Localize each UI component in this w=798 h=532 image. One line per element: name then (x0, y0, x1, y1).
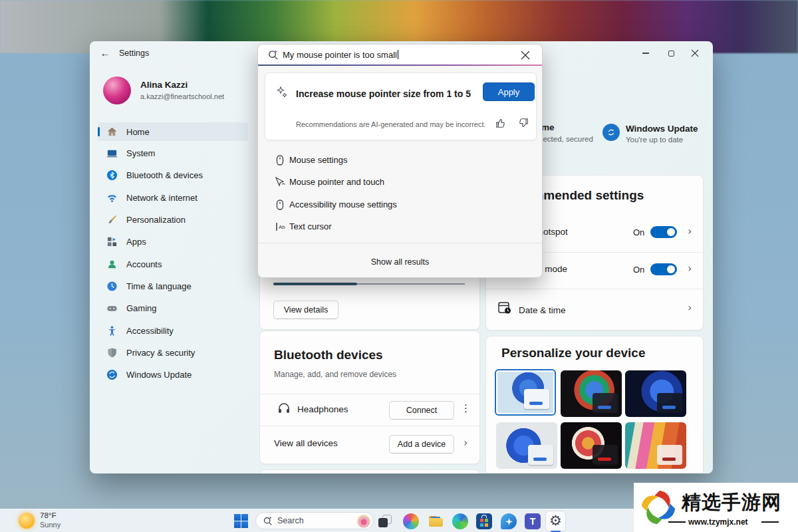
sidebar-item-label: Personalization (126, 215, 186, 225)
accessibility-icon (106, 325, 118, 336)
hotspot-toggle[interactable] (650, 226, 677, 238)
gear-icon: ⚙ (549, 514, 562, 528)
result-accessibility-mouse[interactable]: Accessibility mouse settings (258, 194, 542, 216)
connect-button[interactable]: Connect (389, 401, 454, 420)
result-label: Mouse pointer and touch (289, 177, 384, 187)
partial-card (259, 469, 480, 473)
weather-temperature: 78°F (40, 511, 56, 519)
file-explorer-icon[interactable] (428, 513, 444, 529)
sidebar-item-network[interactable]: Network & internet (98, 188, 248, 207)
close-search-icon[interactable] (519, 49, 531, 61)
thumbs-down-icon[interactable] (517, 117, 529, 129)
sidebar-item-windows-update[interactable]: Windows Update (98, 365, 248, 384)
bluetooth-card-title: Bluetooth devices (274, 348, 383, 362)
edge-icon[interactable] (452, 513, 468, 529)
result-mouse-settings[interactable]: Mouse settings (258, 150, 542, 172)
sidebar-item-accounts[interactable]: Accounts (98, 255, 248, 273)
ai-recommendation-card: Increase mouse pointer size from 1 to 5 … (265, 72, 537, 140)
sidebar-item-label: Apps (126, 237, 146, 247)
copilot-app-icon[interactable] (501, 513, 517, 529)
text-caret (398, 50, 398, 59)
teams-letter: T (530, 516, 536, 527)
sidebar-item-home[interactable]: Home (98, 122, 248, 141)
add-device-button[interactable]: Add a device (389, 435, 454, 454)
home-icon (106, 126, 118, 138)
sidebar-item-label: Windows Update (126, 370, 192, 380)
mouse-icon (274, 154, 286, 166)
search-icon (263, 516, 273, 526)
sidebar-item-label: Time & language (126, 281, 192, 291)
search-input[interactable]: My mouse pointer is too small (258, 45, 542, 65)
network-status-fragment: nected, secured (539, 135, 593, 143)
sidebar-item-label: System (126, 148, 155, 158)
maximize-button[interactable] (660, 45, 682, 61)
sidebar-item-label: Home (126, 127, 150, 137)
watermark-dash (761, 521, 779, 523)
close-button[interactable] (684, 45, 706, 61)
theme-thumbnail-stripes[interactable] (625, 422, 686, 469)
theme-thumbnail-bloom-light[interactable] (495, 369, 556, 416)
weather-sun-icon[interactable] (19, 513, 35, 529)
divider (260, 394, 479, 394)
sidebar-item-privacy[interactable]: Privacy & security (98, 343, 248, 362)
sidebar-item-personalization[interactable]: Personalization (98, 210, 248, 229)
gamepad-icon (106, 302, 118, 314)
ai-search-icon (267, 49, 279, 61)
taskbar-search[interactable]: Search (255, 512, 374, 529)
task-view-button[interactable] (378, 513, 394, 529)
settings-taskbar-button[interactable]: ⚙ (545, 511, 566, 531)
watermark: 精选手游网 www.tzymjx.net (634, 483, 798, 532)
back-button[interactable]: ← (98, 47, 112, 60)
device-name: Headphones (297, 404, 348, 414)
more-options-icon[interactable]: ⋮ (461, 402, 471, 414)
date-time-label[interactable]: Date & time (519, 305, 566, 315)
result-mouse-pointer-touch[interactable]: Mouse pointer and touch (258, 172, 542, 194)
apply-button[interactable]: Apply (483, 82, 535, 101)
thumbs-up-icon[interactable] (495, 117, 507, 129)
result-text-cursor[interactable]: Ab Text cursor (258, 216, 542, 238)
teams-icon[interactable]: T (525, 513, 541, 529)
copilot-icon[interactable] (403, 513, 419, 529)
airplane-toggle[interactable] (650, 263, 677, 275)
theme-thumbnail-bloom-soft[interactable] (496, 422, 557, 469)
sidebar-item-accessibility[interactable]: Accessibility (98, 321, 248, 340)
watermark-site-name: 精选手游网 (682, 489, 781, 516)
result-label: Mouse settings (289, 155, 347, 165)
sidebar-item-apps[interactable]: Apps (98, 232, 248, 251)
sidebar-item-bluetooth[interactable]: Bluetooth & devices (98, 166, 248, 184)
bluetooth-card-subtitle: Manage, add, and remove devices (274, 370, 396, 379)
sidebar-item-gaming[interactable]: Gaming (98, 299, 248, 317)
sidebar-item-label: Gaming (126, 303, 157, 313)
sidebar-item-time-language[interactable]: Time & language (98, 277, 248, 295)
avatar[interactable] (103, 76, 131, 104)
paintbrush-icon (106, 213, 118, 225)
close-icon (691, 49, 699, 57)
chevron-right-icon[interactable]: › (688, 225, 692, 237)
theme-thumbnail-flower-dark[interactable] (561, 422, 622, 469)
sidebar-item-system[interactable]: System (98, 144, 248, 162)
storage-progress-fill (273, 283, 357, 285)
microsoft-store-icon[interactable] (476, 513, 492, 529)
theme-thumbnail-bloom-dark[interactable] (561, 370, 622, 417)
watermark-url: www.tzymjx.net (688, 517, 748, 527)
svg-text:Ab: Ab (279, 224, 285, 230)
sidebar-item-label: Bluetooth & devices (126, 170, 203, 180)
divider (486, 289, 703, 289)
weather-condition: Sunny (40, 521, 61, 529)
sidebar-item-label: Network & internet (126, 193, 198, 203)
show-all-results-link[interactable]: Show all results (258, 257, 542, 267)
shield-icon (106, 346, 118, 358)
view-details-button[interactable]: View details (273, 301, 338, 319)
chevron-right-icon[interactable]: › (688, 262, 692, 275)
sidebar-item-label: Privacy & security (126, 348, 195, 358)
minimize-button[interactable] (634, 45, 657, 61)
view-all-devices-link[interactable]: View all devices (274, 438, 338, 448)
profile-name: Alina Kazzi (140, 80, 188, 90)
theme-thumbnail-bloom-navy[interactable] (625, 370, 686, 417)
chevron-right-icon[interactable]: › (688, 301, 692, 314)
chevron-right-icon[interactable]: › (464, 436, 467, 449)
window-title: Settings (119, 49, 149, 58)
profile-email: a.kazzi@fineartschool.net (140, 92, 224, 100)
start-button[interactable] (234, 514, 248, 528)
update-icon (106, 368, 118, 380)
